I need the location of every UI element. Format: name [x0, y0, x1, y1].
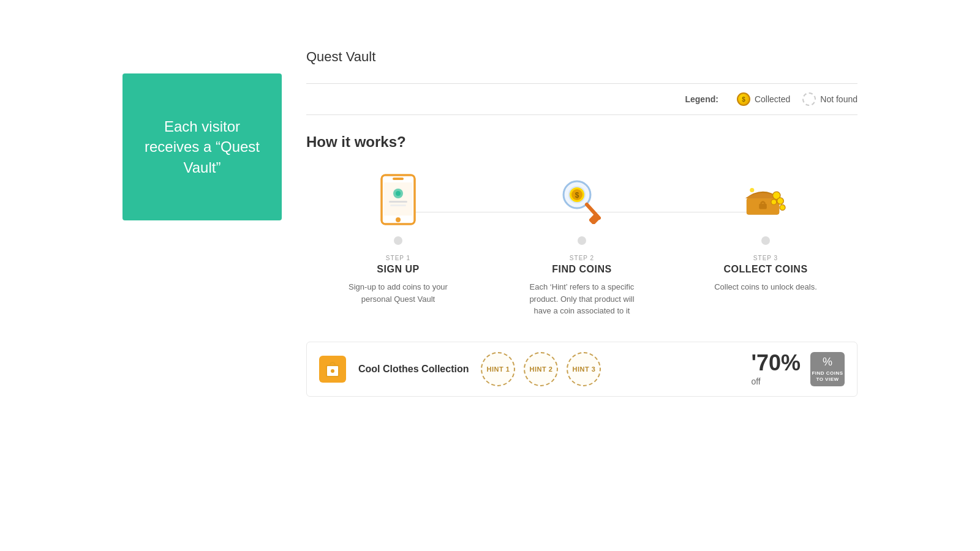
legend-bar: Legend: $ Collected Not found — [306, 83, 858, 115]
page-title: Quest Vault — [306, 49, 858, 65]
step-3: STEP 3 COLLECT COINS Collect coins to un… — [674, 169, 858, 293]
legend-label: Legend: — [685, 94, 718, 104]
svg-rect-3 — [384, 182, 412, 216]
step-2-dot — [578, 236, 586, 245]
steps-container: STEP 1 SIGN UP Sign-up to add coins to y… — [306, 169, 858, 317]
step-3-desc: Collect coins to unlock deals. — [714, 281, 817, 293]
hint-1-label: HINT 1 — [487, 365, 510, 373]
left-panel-text: Each visitor receives a “Quest Vault” — [141, 116, 263, 178]
not-found-coin-icon — [802, 92, 816, 106]
step-2-title: FIND COINS — [552, 264, 611, 275]
step-2-icon-area: $ — [551, 169, 612, 230]
hint-2-badge[interactable]: HINT 2 — [524, 352, 558, 386]
not-found-label: Not found — [820, 94, 858, 104]
right-panel: Quest Vault Legend: $ Collected Not foun… — [306, 49, 858, 397]
svg-point-22 — [777, 198, 784, 204]
svg-rect-9 — [390, 204, 406, 206]
step-1-dot — [394, 236, 402, 245]
collected-coin-icon: $ — [737, 92, 750, 106]
step-1: STEP 1 SIGN UP Sign-up to add coins to y… — [306, 169, 490, 305]
percent-icon: % — [823, 356, 832, 369]
legend-not-found: Not found — [802, 92, 858, 106]
find-coins-text: FIND COINS TO VIEW — [810, 370, 845, 382]
step-2-number: STEP 2 — [570, 255, 594, 261]
discount-container: '70% off — [751, 352, 801, 386]
step-1-phone-icon — [377, 174, 420, 226]
discount-off-label: off — [751, 377, 801, 386]
svg-rect-17 — [589, 213, 601, 224]
discount-value: '70% — [751, 352, 801, 374]
collection-row: Cool Clothes Collection HINT 1 HINT 2 HI… — [306, 342, 858, 397]
step-3-icon-area — [735, 169, 796, 230]
step-1-number: STEP 1 — [386, 255, 410, 261]
how-it-works-title: How it works? — [306, 133, 858, 151]
legend-collected: $ Collected — [737, 92, 790, 106]
svg-rect-20 — [759, 204, 766, 209]
hint-3-label: HINT 3 — [573, 365, 596, 373]
collected-label: Collected — [755, 94, 790, 104]
step-2: $ STEP 2 FIND COINS Each ‘Hint’ refers t… — [490, 169, 674, 317]
hint-2-label: HINT 2 — [530, 365, 553, 373]
svg-point-4 — [396, 217, 401, 222]
find-coins-button[interactable]: % FIND COINS TO VIEW — [810, 352, 845, 386]
svg-text:$: $ — [575, 191, 579, 200]
svg-point-7 — [396, 191, 401, 196]
step-1-title: SIGN UP — [377, 264, 419, 275]
step-1-desc: Sign-up to add coins to your personal Qu… — [343, 281, 453, 305]
svg-rect-5 — [393, 178, 404, 180]
svg-point-27 — [331, 369, 334, 373]
step-1-icon-area — [368, 169, 429, 230]
collection-name: Cool Clothes Collection — [358, 364, 469, 375]
step-3-title: COLLECT COINS — [723, 264, 807, 275]
bag-icon — [324, 361, 341, 378]
step-3-dot — [761, 236, 770, 245]
step-2-magnifier-icon: $ — [557, 175, 606, 224]
svg-point-24 — [780, 204, 785, 210]
left-panel: Each visitor receives a “Quest Vault” — [123, 73, 282, 220]
step-3-chest-icon — [741, 178, 790, 221]
hint-1-badge[interactable]: HINT 1 — [481, 352, 515, 386]
hints-area: HINT 1 HINT 2 HINT 3 — [481, 352, 739, 386]
hint-3-badge[interactable]: HINT 3 — [567, 352, 601, 386]
step-3-number: STEP 3 — [753, 255, 778, 261]
collection-icon — [319, 356, 346, 383]
svg-rect-8 — [389, 201, 407, 203]
discount-area: '70% off % FIND COINS TO VIEW — [751, 352, 845, 386]
step-2-desc: Each ‘Hint’ refers to a specific product… — [527, 281, 637, 317]
svg-point-25 — [750, 188, 754, 192]
svg-point-23 — [771, 200, 777, 205]
